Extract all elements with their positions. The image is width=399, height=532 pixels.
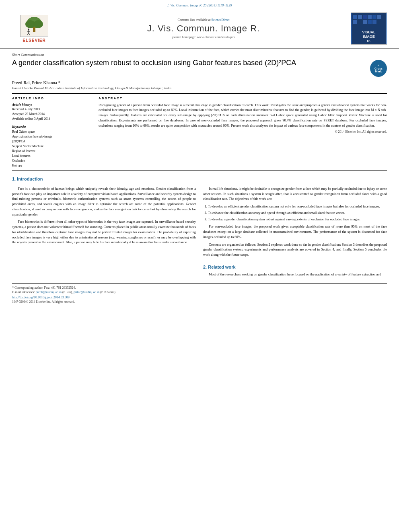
objective-2: To enhance the classification accuracy a…: [208, 210, 387, 216]
svg-text:IMAGE: IMAGE: [363, 35, 375, 39]
author-names: Preeti Rai, Pritee Khanna *: [12, 80, 60, 85]
svg-rect-4: [33, 27, 35, 32]
elsevier-logo: ELSEVIER: [12, 15, 56, 43]
section-2-left: [12, 265, 196, 277]
authors-line: Preeti Rai, Pritee Khanna *: [12, 80, 387, 85]
svg-rect-18: [358, 20, 362, 24]
email-1-link[interactable]: preeti@iiitdmj.ac.in: [36, 290, 62, 294]
section-2-para-1: Most of the researchers working on gende…: [203, 272, 387, 277]
sciencedirect-link: Contents lists available at ScienceDirec…: [56, 18, 351, 22]
journal-ref: J. Vis. Commun. Image R. 25 (2014) 1118–…: [167, 4, 232, 7]
email-1-name: (P. Rai),: [62, 290, 73, 294]
crossmark-badge: ✓CrossMark: [370, 60, 387, 77]
section-1-title: 1. Introduction: [12, 177, 387, 181]
keywords-label: Keywords:: [12, 125, 90, 129]
section-1-title-text: Introduction: [17, 177, 43, 181]
article-title: A gender classification system robust to…: [12, 58, 370, 68]
keyword-5: Region of Interest: [12, 149, 90, 154]
svg-rect-11: [353, 15, 357, 19]
svg-text:R.: R.: [367, 39, 371, 43]
article-title-row: A gender classification system robust to…: [12, 58, 387, 77]
keyword-3: (2D)²PCA: [12, 139, 90, 144]
affiliation-line: Pandit Dwarka Prasad Mishra Indian Insti…: [12, 86, 387, 90]
keyword-7: Occlusion: [12, 158, 90, 163]
copyright-line: © 2014 Elsevier Inc. All rights reserved…: [99, 129, 387, 134]
objective-1: To develop an efficient gender classific…: [208, 204, 387, 209]
header-box: ELSEVIER Contents lists available at Sci…: [0, 9, 399, 49]
intro-right-para-1: In real life situations, it might be des…: [203, 186, 387, 201]
section-2-body: 2. Related work Most of the researchers …: [12, 265, 387, 277]
section-2-number: 2.: [203, 265, 207, 269]
info-abstract-layout: ARTICLE INFO Article history: Received 4…: [12, 96, 387, 168]
svg-rect-12: [358, 15, 362, 19]
divider-2: [12, 170, 387, 171]
section-2-right: 2. Related work Most of the researchers …: [203, 265, 387, 277]
keyword-6: Local features: [12, 154, 90, 158]
article-type-label: Short Communication: [12, 53, 387, 57]
crossmark-label: ✓CrossMark: [374, 64, 383, 73]
svg-rect-20: [368, 20, 372, 24]
doi-link: http://dx.doi.org/10.1016/j.jvcir.2014.0…: [12, 295, 387, 300]
keyword-4: Support Vector Machine: [12, 144, 90, 149]
svg-rect-17: [353, 20, 357, 24]
elsevier-wordmark: ELSEVIER: [23, 38, 45, 43]
article-title-text: A gender classification system robust to…: [12, 59, 296, 67]
svg-point-5: [28, 29, 29, 30]
keyword-1: Real Gabor space: [12, 129, 90, 134]
journal-homepage: journal homepage: www.elsevier.com/locat…: [56, 35, 351, 39]
email-label: E-mail addresses:: [12, 290, 35, 294]
svg-rect-15: [372, 15, 376, 19]
section-1-number: 1.: [12, 177, 16, 181]
main-content: Short Communication A gender classificat…: [0, 49, 399, 312]
intro-para-2: Face biometrics is different from all ot…: [12, 219, 196, 245]
journal-title-main: J. Vis. Commun. Image R.: [56, 23, 351, 34]
asterisk-note: * Corresponding author. Fax: +91 761 263…: [12, 286, 387, 290]
article-history-label: Article history:: [12, 103, 90, 107]
journal-header: J. Vis. Commun. Image R. 25 (2014) 1118–…: [0, 0, 399, 9]
received-date: Received 4 July 2013: [12, 107, 90, 112]
intro-para-1: Face is a characteristic of human beings…: [12, 186, 196, 217]
available-date: Available online 3 April 2014: [12, 117, 90, 121]
email-2-name: (P. Khanna).: [100, 290, 116, 294]
section-2-title-text: Related work: [208, 265, 235, 269]
keyword-2: Approximation face sub-image: [12, 134, 90, 139]
section-2-related: 2. Related work Most of the researchers …: [12, 265, 387, 277]
objectives-list: To develop an efficient gender classific…: [208, 204, 387, 222]
section-1-right: In real life situations, it might be des…: [203, 186, 387, 260]
section-2-title: 2. Related work: [203, 265, 387, 269]
section-1-left: Face is a characteristic of human beings…: [12, 186, 196, 260]
abstract-heading: ABSTRACT: [99, 96, 387, 101]
objective-3: To develop a gender classification syste…: [208, 217, 387, 222]
divider-1: [12, 93, 387, 94]
visual-image-logo: VISUAL IMAGE R.: [351, 12, 387, 45]
abstract-section: ABSTRACT Recognizing gender of a person …: [99, 96, 387, 168]
svg-rect-16: [377, 15, 381, 19]
svg-rect-14: [368, 15, 372, 19]
svg-text:VISUAL: VISUAL: [362, 30, 376, 34]
elsevier-tree-image: [20, 15, 48, 37]
article-info-section: ARTICLE INFO Article history: Received 4…: [12, 96, 90, 168]
svg-rect-13: [363, 15, 367, 19]
footnote-area: * Corresponding author. Fax: +91 761 263…: [12, 283, 387, 304]
header-center: Contents lists available at ScienceDirec…: [56, 18, 351, 39]
article-info-heading: ARTICLE INFO: [12, 96, 90, 101]
email-line: E-mail addresses: preeti@iiitdmj.ac.in (…: [12, 290, 387, 294]
issn-text: 1047-3203/© 2014 Elsevier Inc. All right…: [12, 300, 387, 304]
section-1-body: Face is a characteristic of human beings…: [12, 186, 387, 260]
section-1-intro: 1. Introduction Face is a characteristic…: [12, 177, 387, 260]
accepted-date: Accepted 23 March 2014: [12, 112, 90, 117]
svg-rect-22: [377, 20, 381, 24]
doi-anchor[interactable]: http://dx.doi.org/10.1016/j.jvcir.2014.0…: [12, 296, 70, 299]
intro-right-para-3: Contents are organized as follows; Secti…: [203, 242, 387, 257]
svg-rect-21: [372, 20, 376, 24]
svg-rect-19: [363, 20, 367, 24]
email-2-link[interactable]: pritee@iiitdmj.ac.in: [74, 290, 99, 294]
keyword-8: Entropy: [12, 163, 90, 168]
sciencedirect-anchor[interactable]: ScienceDirect: [212, 18, 230, 22]
abstract-text: Recognizing gender of a person from occl…: [99, 103, 387, 128]
svg-point-3: [33, 20, 43, 28]
intro-right-para-2: For non-occluded face images, the propos…: [203, 224, 387, 239]
